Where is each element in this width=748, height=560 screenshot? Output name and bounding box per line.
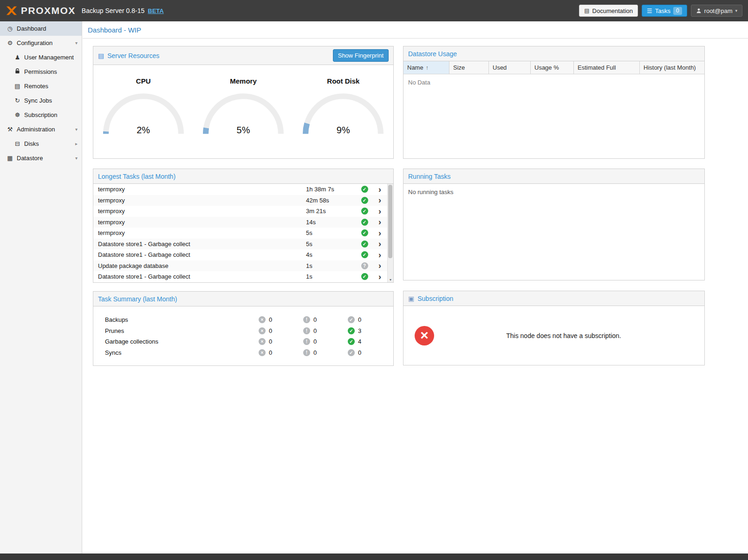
show-fingerprint-button[interactable]: Show Fingerprint: [333, 49, 389, 62]
chevron-right-icon[interactable]: ›: [373, 218, 387, 226]
user-menu-button[interactable]: root@pam ▾: [691, 5, 742, 17]
task-row[interactable]: Datastore store1 - Garbage collect 5s ✓ …: [93, 239, 393, 250]
status-ok-icon: ✓: [361, 251, 368, 258]
longest-tasks-panel: Longest Tasks (last Month) termproxy 1h …: [93, 169, 394, 283]
task-duration: 4s: [306, 251, 356, 258]
task-row[interactable]: Datastore store1 - Garbage collect 1s ✓ …: [93, 271, 393, 282]
chevron-right-icon[interactable]: ›: [373, 196, 387, 204]
task-list-icon: ☰: [647, 7, 652, 14]
task-row[interactable]: termproxy 1h 38m 7s ✓ ›: [93, 184, 393, 195]
gauge-label: Memory: [193, 77, 293, 85]
sidebar-item-subscription[interactable]: ☸ Subscription: [0, 108, 82, 122]
task-row[interactable]: termproxy 3m 21s ✓ ›: [93, 206, 393, 217]
column-header-used[interactable]: Used: [489, 61, 531, 74]
user-icon: [696, 8, 702, 13]
tasks-count-badge: 0: [673, 7, 682, 15]
gauge-label: Root Disk: [293, 77, 393, 85]
sidebar-item-sync-jobs[interactable]: ↻ Sync Jobs: [0, 93, 82, 108]
chevron-right-icon[interactable]: ›: [373, 273, 387, 281]
sidebar-item-administration[interactable]: ⚒ Administration ▾: [0, 122, 82, 137]
task-row[interactable]: Update package database 1s ? ›: [93, 260, 393, 272]
scroll-down-icon[interactable]: ▾: [388, 278, 393, 282]
ok-count-icon: ✓: [348, 349, 355, 356]
sort-asc-icon: ↑: [426, 65, 429, 71]
summary-label: Backups: [105, 316, 259, 323]
summary-label: Prunes: [105, 327, 259, 334]
task-duration: 3m 21s: [306, 208, 356, 215]
task-row[interactable]: termproxy 5s ✓ ›: [93, 228, 393, 239]
lock-icon: [13, 68, 22, 75]
task-summary-body: Backups ×0 !0 ✓0 Prunes ×0 !0 ✓3 Garbage…: [93, 306, 393, 358]
empty-state-text: No running tasks: [403, 184, 704, 200]
task-row[interactable]: termproxy 42m 58s ✓ ›: [93, 195, 393, 206]
root-disk-gauge: Root Disk 9%: [293, 65, 393, 136]
panel-title: Datastore Usage: [408, 50, 457, 58]
refresh-icon: ↻: [13, 97, 22, 104]
chevron-down-icon: ▾: [735, 8, 737, 13]
panel-title: Running Tasks: [408, 173, 451, 180]
table-header-row: Name ↑ Size Used Usage % Estimated Full …: [403, 61, 704, 74]
summary-row: Backups ×0 !0 ✓0: [93, 314, 393, 326]
no-subscription-icon: ×: [415, 326, 434, 345]
gauges-row: CPU 2% Memory: [93, 65, 393, 136]
chevron-right-icon[interactable]: ›: [373, 229, 387, 237]
panel-title: Longest Tasks (last Month): [98, 173, 176, 180]
gauge-value: 5%: [200, 125, 286, 136]
sidebar-item-configuration[interactable]: ⚙ Configuration ▾: [0, 36, 82, 50]
warning-count: 0: [313, 316, 317, 323]
column-header-size[interactable]: Size: [449, 61, 489, 74]
subscription-body: × This node does not have a subscription…: [403, 306, 704, 365]
column-header-usage-pct[interactable]: Usage %: [531, 61, 574, 74]
wrench-icon: ⚒: [6, 126, 14, 133]
ok-count-icon: ✓: [348, 316, 355, 323]
column-header-estimated-full[interactable]: Estimated Full: [574, 61, 640, 74]
status-ok-icon: ✓: [361, 229, 368, 236]
task-list: termproxy 1h 38m 7s ✓ › termproxy 42m 58…: [93, 184, 393, 282]
cpu-gauge: CPU 2%: [93, 65, 193, 136]
warning-count: 0: [313, 327, 317, 334]
sidebar-item-remotes[interactable]: ▤ Remotes: [0, 79, 82, 93]
datastore-usage-panel: Datastore Usage Name ↑ Size Used Usage %…: [403, 46, 705, 159]
vertical-scrollbar[interactable]: ▾: [387, 184, 393, 282]
bottom-bar: [0, 553, 748, 560]
sidebar-item-datastore[interactable]: ▦ Datastore ▾: [0, 151, 82, 165]
sidebar-item-permissions[interactable]: Permissions: [0, 65, 82, 79]
chevron-right-icon[interactable]: ›: [373, 261, 387, 270]
sidebar-item-user-management[interactable]: ♟ User Management: [0, 50, 82, 65]
sidebar-item-dashboard[interactable]: ◷ Dashboard: [0, 21, 82, 36]
chevron-down-icon: ▾: [75, 40, 78, 46]
ok-count: 0: [358, 316, 361, 323]
column-label: Name: [407, 64, 423, 71]
status-ok-icon: ✓: [361, 208, 368, 215]
warning-count-icon: !: [303, 316, 310, 323]
sidebar-item-label: Permissions: [24, 68, 57, 75]
task-name: termproxy: [98, 208, 306, 215]
server-resources-panel: ▤ Server Resources Show Fingerprint CPU: [93, 46, 394, 159]
longest-tasks-header: Longest Tasks (last Month): [93, 169, 393, 184]
tasks-button[interactable]: ☰ Tasks 0: [642, 5, 687, 17]
status-ok-icon: ✓: [361, 186, 368, 193]
task-name: Datastore store1 - Garbage collect: [98, 241, 306, 247]
task-row[interactable]: termproxy 14s ✓ ›: [93, 217, 393, 228]
chevron-right-icon[interactable]: ›: [373, 251, 387, 259]
summary-label: Garbage collections: [105, 338, 259, 345]
column-header-name[interactable]: Name ↑: [403, 61, 449, 74]
subscription-panel: ▣ Subscription × This node does not have…: [403, 291, 705, 365]
column-header-history[interactable]: History (last Month): [640, 61, 704, 74]
status-ok-icon: ✓: [361, 273, 368, 280]
error-count: 0: [269, 338, 272, 345]
beta-link[interactable]: BETA: [148, 7, 163, 14]
chevron-down-icon: ▾: [75, 127, 78, 132]
sidebar-item-disks[interactable]: ⊟ Disks ▸: [0, 137, 82, 151]
sidebar-item-label: Subscription: [24, 111, 58, 118]
documentation-button[interactable]: ▤ Documentation: [579, 5, 638, 17]
scrollbar-thumb[interactable]: [388, 185, 392, 258]
chevron-right-icon[interactable]: ›: [373, 240, 387, 248]
task-row[interactable]: Datastore store1 - Garbage collect 4s ✓ …: [93, 249, 393, 260]
sidebar-item-label: User Management: [24, 54, 74, 61]
chevron-right-icon[interactable]: ›: [373, 207, 387, 215]
task-duration: 14s: [306, 219, 356, 226]
error-count-icon: ×: [259, 327, 266, 334]
task-duration: 42m 58s: [306, 197, 356, 204]
chevron-right-icon[interactable]: ›: [373, 185, 387, 194]
